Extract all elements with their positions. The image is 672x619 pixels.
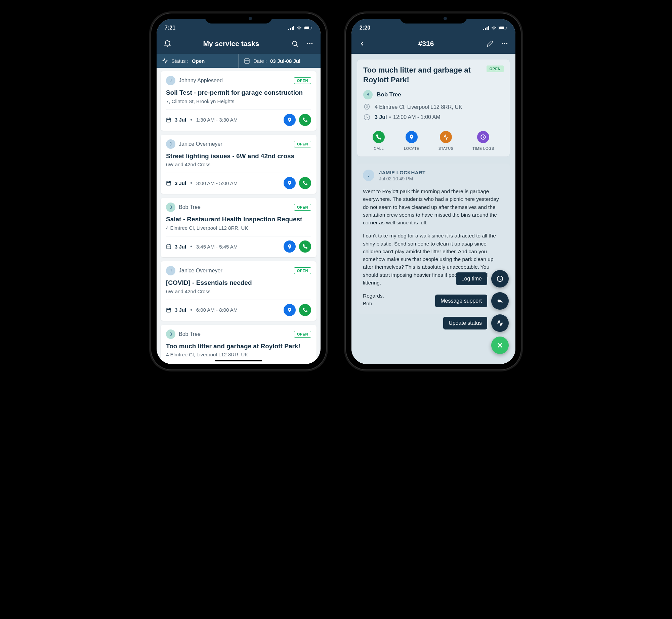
action-call[interactable]: CALL [373, 131, 385, 150]
calendar-icon [244, 58, 250, 64]
edit-button[interactable] [485, 38, 495, 49]
avatar: J [166, 76, 175, 85]
wifi-icon [296, 26, 302, 30]
svg-rect-21 [167, 245, 171, 249]
locate-button[interactable] [284, 304, 296, 316]
task-requester: Janice Overmeyer [179, 268, 291, 274]
status-badge: OPEN [294, 141, 311, 147]
status-time: 7:21 [165, 25, 175, 31]
svg-point-6 [307, 43, 308, 44]
fab-close[interactable] [491, 337, 509, 354]
phone-icon [373, 131, 385, 143]
svg-rect-9 [245, 59, 249, 63]
task-title: Soil Test - pre-permit for garage constr… [166, 89, 311, 97]
search-button[interactable] [290, 38, 300, 49]
detail-card: Too much litter and garbage at Roylott P… [357, 59, 510, 157]
call-button[interactable] [299, 240, 311, 253]
activity-icon [440, 131, 452, 143]
task-card[interactable]: J Janice Overmeyer OPEN [COVID] - Essent… [161, 261, 317, 321]
svg-point-3 [169, 41, 170, 42]
task-subtitle: 4 Elmtree Cl, Liverpool L12 8RR, UK [166, 352, 311, 357]
task-list[interactable]: J Johnny Appleseed OPEN Soil Test - pre-… [157, 68, 321, 364]
svg-point-39 [366, 106, 368, 107]
locate-button[interactable] [284, 114, 296, 126]
task-title: Salat - Restaurant Health Inspection Req… [166, 215, 311, 224]
action-call-label: CALL [374, 146, 384, 150]
avatar: J [166, 139, 175, 149]
detail-requester-name: Bob Tree [377, 91, 401, 98]
filter-date-value: 03 Jul-08 Jul [270, 58, 300, 64]
phone-right: 2:20 #316 Too much litter and garba [346, 13, 521, 369]
locate-button[interactable] [284, 240, 296, 253]
notch [205, 13, 272, 24]
fab-label: Log time [456, 272, 487, 285]
task-date: 3 Jul [175, 307, 186, 313]
page-title: My service tasks [177, 40, 286, 48]
detail-title: Too much litter and garbage at Roylott P… [363, 65, 482, 85]
avatar: J [166, 266, 175, 275]
task-date: 3 Jul [175, 117, 186, 123]
more-button[interactable] [499, 38, 510, 49]
svg-rect-35 [506, 27, 507, 29]
detail-address-row[interactable]: 4 Elmtree Cl, Liverpool L12 8RR, UK [363, 103, 504, 111]
notifications-button[interactable] [162, 38, 173, 49]
close-icon [491, 337, 509, 354]
locate-button[interactable] [284, 177, 296, 189]
task-card[interactable]: B Bob Tree OPEN Salat - Restaurant Healt… [161, 198, 317, 257]
status-indicators [483, 26, 507, 30]
call-button[interactable] [299, 177, 311, 189]
avatar: J [363, 170, 374, 181]
task-time: 1:30 AM - 3:30 AM [196, 117, 280, 123]
task-subtitle: 6W and 42nd Cross [166, 289, 311, 294]
filter-status-label: Status : [171, 58, 188, 64]
filter-date-label: Date : [253, 58, 267, 64]
task-card[interactable]: J Janice Overmeyer OPEN Street lighting … [161, 135, 317, 194]
fab-update-status[interactable]: Update status [443, 314, 509, 332]
detail-time-row: 3 Jul • 12:00 AM - 1:00 AM [363, 114, 504, 121]
fab-message-support[interactable]: Message support [435, 292, 509, 310]
reply-icon [491, 292, 509, 310]
header: My service tasks [157, 34, 321, 54]
filter-status[interactable]: Status : Open [157, 54, 239, 68]
calendar-icon [166, 117, 171, 123]
call-button[interactable] [299, 304, 311, 316]
call-button[interactable] [299, 114, 311, 126]
svg-rect-34 [499, 27, 504, 29]
svg-rect-2 [311, 27, 312, 29]
task-time: 3:45 AM - 5:45 AM [196, 244, 280, 250]
fab-stack: Log time Message support Update status [435, 270, 509, 354]
status-indicators [288, 26, 312, 30]
task-card[interactable]: B Bob Tree OPEN Too much litter and garb… [161, 325, 317, 364]
task-card[interactable]: J Johnny Appleseed OPEN Soil Test - pre-… [161, 71, 317, 131]
pin-icon [363, 103, 371, 111]
action-locate[interactable]: LOCATE [404, 131, 419, 150]
action-status[interactable]: STATUS [438, 131, 454, 150]
more-button[interactable] [304, 38, 315, 49]
wifi-icon [491, 26, 497, 30]
note-date: Jul 02 10:49 PM [379, 176, 425, 181]
avatar: B [166, 329, 175, 339]
action-timelogs[interactable]: TIME LOGS [472, 131, 494, 150]
svg-rect-1 [304, 27, 309, 29]
page-title: #316 [372, 40, 480, 48]
task-subtitle: 7, Clinton St, Brooklyn Heights [166, 98, 311, 104]
status-time: 2:20 [360, 25, 370, 31]
svg-point-4 [293, 41, 297, 46]
task-requester: Bob Tree [179, 204, 291, 210]
task-title: Street lighting issues - 6W and 42nd cro… [166, 152, 311, 161]
filter-date[interactable]: Date : 03 Jul-08 Jul [239, 54, 321, 68]
svg-point-8 [311, 43, 313, 44]
task-title: [COVID] - Essentials needed [166, 279, 311, 287]
detail-time: 12:00 AM - 1:00 AM [393, 114, 440, 120]
screen-tasks: 7:21 My service tasks Status : [157, 19, 321, 364]
back-button[interactable] [357, 38, 368, 49]
task-subtitle: 6W and 42nd Cross [166, 162, 311, 167]
clock-icon [363, 114, 371, 121]
home-indicator[interactable] [215, 360, 262, 361]
status-badge: OPEN [294, 77, 311, 84]
fab-log-time[interactable]: Log time [456, 270, 509, 288]
detail-requester-row[interactable]: B Bob Tree [363, 90, 504, 99]
task-time: 3:00 AM - 5:00 AM [196, 180, 280, 186]
status-badge: OPEN [294, 331, 311, 338]
activity-icon [162, 58, 168, 64]
